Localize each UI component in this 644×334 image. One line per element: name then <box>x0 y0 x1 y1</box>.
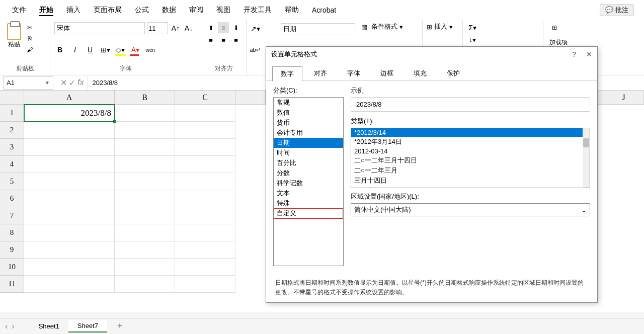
menu-help[interactable]: 帮助 <box>283 5 301 16</box>
category-text[interactable]: 文本 <box>274 188 343 198</box>
enter-icon[interactable]: ✓ <box>69 78 75 88</box>
italic-button[interactable]: I <box>69 44 80 55</box>
bold-button[interactable]: B <box>54 44 65 55</box>
name-box[interactable]: A1▼ <box>3 76 53 90</box>
fill-icon[interactable]: ↓▾ <box>467 34 478 45</box>
cell[interactable] <box>115 122 175 139</box>
prev-sheet-icon[interactable]: ‹ <box>5 322 8 331</box>
cell[interactable] <box>24 122 115 139</box>
menu-developer[interactable]: 开发工具 <box>242 5 274 16</box>
copy-icon[interactable]: ⎘ <box>25 34 34 43</box>
cell[interactable] <box>115 156 175 173</box>
menu-page-layout[interactable]: 页面布局 <box>92 5 124 16</box>
cell[interactable] <box>175 122 235 139</box>
cell-B1[interactable] <box>115 105 175 122</box>
cell[interactable] <box>115 207 175 224</box>
align-bottom-icon[interactable]: ⬇ <box>230 22 242 33</box>
addins-button[interactable]: ⊞ 加载项 <box>547 22 570 49</box>
number-format-select[interactable] <box>281 23 355 35</box>
cell-C1[interactable] <box>175 105 235 122</box>
type-listbox[interactable]: *2012/3/14 *2012年3月14日 2012-03-14 二○一二年三… <box>351 128 590 188</box>
tab-font[interactable]: 字体 <box>339 66 369 81</box>
font-name-select[interactable] <box>54 22 145 34</box>
cell[interactable] <box>24 207 115 224</box>
category-time[interactable]: 时间 <box>274 148 343 158</box>
cancel-icon[interactable]: ✕ <box>60 78 67 88</box>
format-painter-icon[interactable]: 🖌 <box>25 45 34 54</box>
align-middle-icon[interactable]: ≡ <box>218 22 229 33</box>
menu-insert[interactable]: 插入 <box>64 5 83 16</box>
cell[interactable] <box>175 224 235 241</box>
scrollbar[interactable] <box>583 128 590 188</box>
row-header-4[interactable]: 4 <box>0 156 24 173</box>
cell[interactable] <box>24 224 115 241</box>
row-header-10[interactable]: 10 <box>0 259 24 276</box>
row-header-9[interactable]: 9 <box>0 241 24 259</box>
align-left-icon[interactable]: ≡ <box>205 35 216 46</box>
menu-review[interactable]: 审阅 <box>187 5 205 16</box>
cell[interactable] <box>24 276 115 293</box>
type-item[interactable]: 2012-03-14 <box>351 147 590 155</box>
tab-number[interactable]: 数字 <box>272 66 302 81</box>
cell[interactable] <box>24 156 115 173</box>
close-icon[interactable]: ✕ <box>586 50 592 58</box>
insert-cells-button[interactable]: ⊞ 插入 ▾ <box>427 22 458 31</box>
menu-data[interactable]: 数据 <box>160 5 178 16</box>
column-header-C[interactable]: C <box>175 91 235 104</box>
cell[interactable] <box>24 190 115 207</box>
cell[interactable] <box>115 276 175 293</box>
row-header-6[interactable]: 6 <box>0 190 24 207</box>
cell[interactable] <box>115 139 175 156</box>
type-item[interactable]: 2012年3月14日 <box>351 186 590 188</box>
column-header[interactable] <box>235 91 266 104</box>
cell[interactable] <box>115 190 175 207</box>
select-all-corner[interactable] <box>0 91 24 104</box>
autosum-icon[interactable]: Σ▾ <box>467 22 478 33</box>
category-currency[interactable]: 货币 <box>274 118 343 128</box>
help-icon[interactable]: ? <box>572 50 576 58</box>
align-right-icon[interactable]: ≡ <box>230 35 242 46</box>
tab-border[interactable]: 边框 <box>372 66 402 81</box>
tab-fill[interactable]: 填充 <box>405 66 435 81</box>
type-item[interactable]: *2012年3月14日 <box>351 137 590 147</box>
cell[interactable] <box>175 276 235 293</box>
cell-A1[interactable]: 2023/8/8 <box>24 105 115 122</box>
borders-button[interactable]: ⊞▾ <box>100 44 111 55</box>
category-special[interactable]: 特殊 <box>274 198 343 208</box>
paste-button[interactable]: 粘贴 <box>4 22 24 55</box>
row-header-11[interactable]: 11 <box>0 276 24 293</box>
fx-icon[interactable]: fx <box>77 78 84 88</box>
type-item[interactable]: 三月十四日 <box>351 176 590 186</box>
cell[interactable] <box>175 190 235 207</box>
category-number[interactable]: 数值 <box>274 108 343 118</box>
cell[interactable] <box>115 241 175 259</box>
comments-button[interactable]: 💬 批注 <box>600 4 634 16</box>
increase-font-icon[interactable]: A↑ <box>170 23 181 34</box>
next-sheet-icon[interactable]: › <box>12 322 14 331</box>
cell[interactable] <box>115 173 175 190</box>
category-scientific[interactable]: 科学记数 <box>274 178 343 188</box>
type-item[interactable]: *2012/3/14 <box>351 128 590 137</box>
column-header-A[interactable]: A <box>24 91 115 104</box>
decrease-font-icon[interactable]: A↓ <box>183 23 194 34</box>
cell[interactable] <box>115 224 175 241</box>
locale-select[interactable]: 简体中文(中国大陆) ⌄ <box>351 203 590 216</box>
font-color-button[interactable]: A▾ <box>130 44 141 55</box>
cell[interactable] <box>175 173 235 190</box>
menu-view[interactable]: 视图 <box>214 5 232 16</box>
category-general[interactable]: 常规 <box>274 98 343 108</box>
row-header-7[interactable]: 7 <box>0 207 24 224</box>
category-fraction[interactable]: 分数 <box>274 168 343 178</box>
column-header-J[interactable]: J <box>604 91 644 104</box>
category-date[interactable]: 日期 <box>274 138 343 148</box>
tab-protection[interactable]: 保护 <box>438 66 468 81</box>
menu-file[interactable]: 文件 <box>10 5 28 16</box>
cell[interactable] <box>24 241 115 259</box>
underline-button[interactable]: U <box>85 44 96 55</box>
cell[interactable] <box>24 259 115 276</box>
category-accounting[interactable]: 会计专用 <box>274 128 343 138</box>
font-size-select[interactable] <box>147 22 168 34</box>
fill-color-button[interactable]: ◇▾ <box>115 44 126 55</box>
type-item[interactable]: 二○一二年三月 <box>351 165 590 176</box>
type-item[interactable]: 二○一二年三月十四日 <box>351 155 590 165</box>
